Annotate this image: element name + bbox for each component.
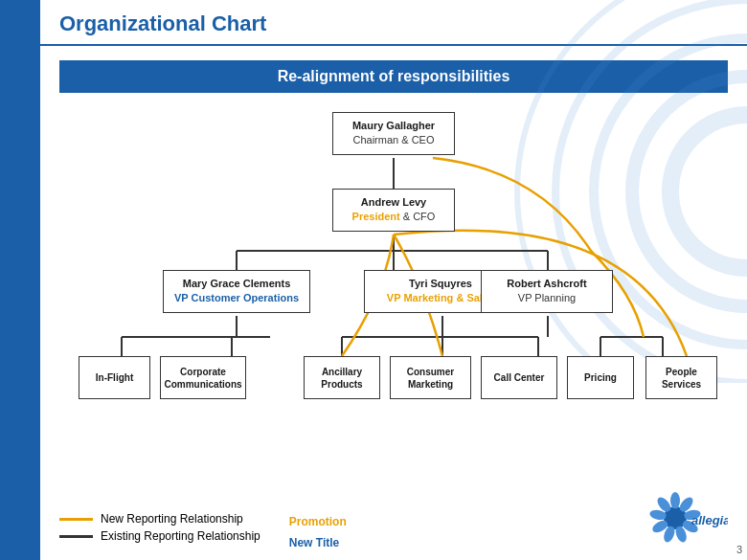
bottom-box-inflight: In-Flight	[79, 356, 150, 399]
bottom-box-callcenter: Call Center	[481, 356, 557, 399]
vp3-title: VP Planning	[489, 291, 604, 305]
bottom-box-consumer: ConsumerMarketing	[390, 356, 471, 399]
people-label: PeopleServices	[662, 366, 701, 391]
bottom-box-pricing: Pricing	[567, 356, 634, 399]
section-title: Re-alignment of responsibilities	[278, 68, 510, 84]
svg-text:allegiant: allegiant	[691, 513, 728, 527]
inflight-label: In-Flight	[96, 371, 133, 384]
ceo-title: Chairman & CEO	[341, 133, 446, 147]
president-box: Andrew Levy President & CFO	[332, 189, 455, 232]
ceo-name: Maury Gallagher	[341, 119, 446, 133]
page-title: Organizational Chart	[59, 11, 266, 35]
left-stripe	[0, 0, 40, 560]
vp1-box: Mary Grace Clements VP Customer Operatio…	[163, 270, 310, 313]
corp-comm-label: CorporateCommunications	[164, 366, 241, 391]
page-number: 3	[736, 544, 742, 555]
new-relationship-label: New Reporting Relationship	[101, 512, 243, 526]
bottom-box-ancillary: AncillaryProducts	[304, 356, 380, 399]
ceo-box: Maury Gallagher Chairman & CEO	[332, 112, 455, 155]
pricing-label: Pricing	[584, 371, 617, 384]
president-name: Andrew Levy	[341, 195, 446, 210]
promotion-label: Promotion	[289, 515, 347, 528]
president-title-orange: President	[352, 211, 400, 222]
main-content: Organizational Chart Re-alignment of res…	[40, 0, 747, 560]
legend-new-relationship: New Reporting Relationship	[59, 512, 260, 526]
consumer-label: ConsumerMarketing	[407, 366, 454, 391]
svg-point-26	[670, 492, 680, 509]
new-title-label: New Title	[289, 536, 339, 549]
black-line	[59, 535, 93, 538]
ancillary-label: AncillaryProducts	[321, 366, 362, 391]
allegiant-logo: allegiant	[642, 491, 728, 552]
president-title-black: & CFO	[403, 211, 436, 222]
yellow-line	[59, 518, 93, 521]
vp3-box: Robert Ashcroft VP Planning	[481, 270, 613, 313]
bottom-box-people: PeopleServices	[645, 356, 717, 399]
callcenter-label: Call Center	[494, 371, 545, 384]
orgchart-area: Maury Gallagher Chairman & CEO Andrew Le…	[59, 93, 728, 457]
bottom-box-corp-comm: CorporateCommunications	[160, 356, 246, 399]
logo-svg: allegiant	[642, 491, 728, 549]
president-title: President & CFO	[341, 210, 446, 224]
vp1-name: Mary Grace Clements	[171, 277, 302, 291]
existing-relationship-label: Existing Reporting Relationship	[101, 529, 260, 543]
legend: New Reporting Relationship Existing Repo…	[59, 512, 347, 550]
header-bar: Organizational Chart	[40, 0, 747, 46]
vp3-name: Robert Ashcroft	[489, 277, 604, 291]
section-banner: Re-alignment of responsibilities	[59, 60, 728, 93]
svg-point-35	[666, 508, 685, 527]
vp1-title: VP Customer Operations	[171, 291, 302, 305]
legend-existing-relationship: Existing Reporting Relationship	[59, 529, 260, 543]
